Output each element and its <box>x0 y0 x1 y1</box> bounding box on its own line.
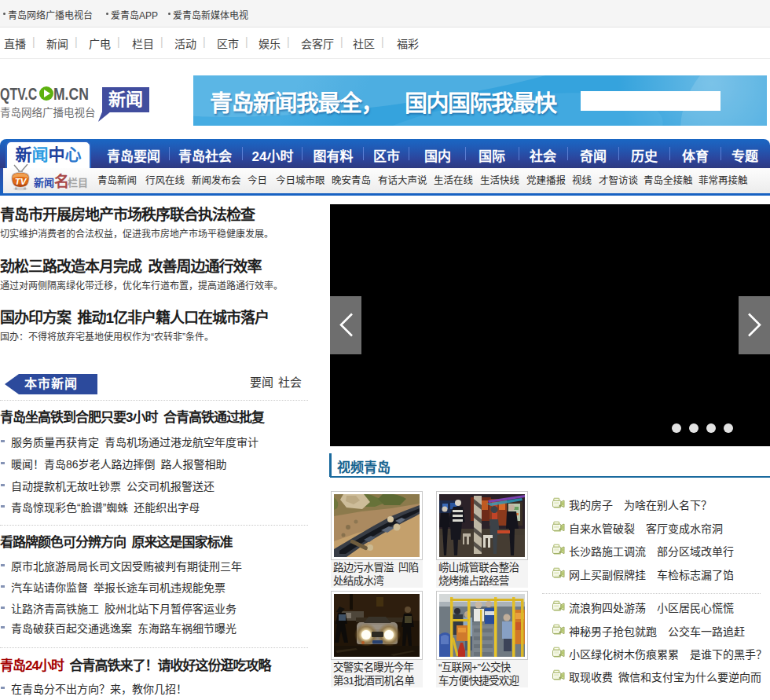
svg-text:TV: TV <box>15 177 28 186</box>
